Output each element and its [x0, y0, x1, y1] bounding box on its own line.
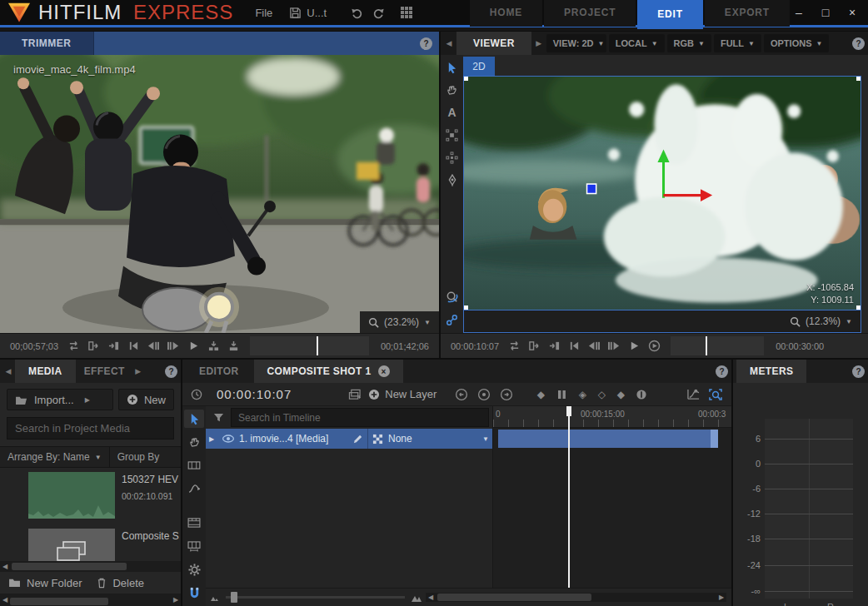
options-dropdown[interactable]: OPTIONS ▼	[764, 34, 829, 52]
tab-home[interactable]: HOME	[470, 0, 542, 27]
viewer-canvas[interactable]: X: -1065.84 Y: 1009.11	[464, 77, 861, 310]
timeline-search-input[interactable]	[231, 408, 489, 427]
media-search-input[interactable]	[7, 417, 174, 440]
workspace-grid-button[interactable]	[399, 2, 415, 23]
zoom-out-icon[interactable]	[211, 594, 219, 601]
layer-name[interactable]: 1. imovie...4 [Media]	[239, 433, 348, 445]
next-keyframe-button[interactable]	[497, 386, 516, 403]
timeline-tracks[interactable]: 0 00:00:15:00 00:00:3	[493, 406, 731, 588]
go-to-start-button[interactable]	[125, 339, 142, 354]
tab-editor[interactable]: EDITOR	[186, 360, 252, 383]
help-icon[interactable]: ?	[852, 365, 865, 378]
tab-scroll-left-icon[interactable]: ◀	[3, 367, 13, 375]
hand-tool[interactable]	[443, 82, 461, 98]
zoom-in-icon[interactable]	[412, 594, 422, 602]
delete-button[interactable]: Delete	[97, 577, 144, 589]
timeline-ruler[interactable]: 0 00:00:15:00 00:00:3	[493, 406, 731, 428]
set-in-point-button[interactable]	[105, 339, 122, 354]
linear-keyframe-icon[interactable]: ◇	[594, 389, 609, 400]
add-keyframe-icon[interactable]: ◆	[533, 389, 548, 400]
trimmer-video[interactable]: imovie_mac_4k_film.mp4 (23.2%) ▼	[0, 55, 439, 333]
new-folder-button[interactable]: New Folder	[8, 577, 82, 589]
layer-corner-handle[interactable]	[856, 77, 861, 81]
layer-corner-handle[interactable]	[464, 77, 468, 81]
media-item-video[interactable]: 150327 HEV 00:02:10.091	[0, 468, 181, 523]
media-panel-scrollbar[interactable]: ◀ ▶	[0, 594, 181, 606]
media-list-scrollbar[interactable]: ◀	[0, 561, 181, 572]
ripple-tool[interactable]	[184, 537, 204, 555]
tab-scroll-left-icon[interactable]: ◀	[444, 39, 454, 47]
trimmer-tab[interactable]: TRIMMER	[0, 32, 94, 55]
help-icon[interactable]: ?	[420, 37, 432, 50]
gizmo-anchor-handle[interactable]	[587, 184, 596, 193]
slip-tool[interactable]	[184, 456, 204, 474]
previous-frame-button[interactable]	[586, 339, 602, 354]
timeline-zoom-slider[interactable]	[226, 596, 405, 599]
next-frame-button[interactable]	[606, 339, 622, 354]
previous-frame-button[interactable]	[145, 339, 162, 354]
play-button[interactable]	[626, 339, 642, 354]
previous-keyframe-button[interactable]	[452, 386, 471, 403]
set-out-point-button[interactable]	[85, 339, 102, 354]
viewer-zoom-control[interactable]: (12.3%) ▼	[464, 310, 861, 332]
new-button[interactable]: New	[118, 389, 174, 410]
tab-project[interactable]: PROJECT	[544, 0, 636, 27]
orbit-zoom-tool[interactable]	[443, 289, 461, 305]
media-clip-bar[interactable]	[498, 430, 718, 448]
blend-mode-dropdown[interactable]: None ▼	[372, 433, 489, 445]
hand-tool[interactable]	[184, 433, 204, 451]
expand-layer-icon[interactable]: ▶	[209, 435, 217, 443]
tab-export[interactable]: EXPORT	[705, 0, 790, 27]
layer-row[interactable]: ▶ 1. imovie...4 [Media]	[206, 429, 492, 449]
manual-keyframe-button[interactable]	[632, 386, 651, 403]
arrange-by-dropdown[interactable]: Arrange By: Name ▼	[0, 447, 109, 467]
loop-playback-button[interactable]	[506, 339, 522, 354]
scroll-left-icon[interactable]: ◀	[0, 596, 10, 604]
play-button[interactable]	[185, 339, 202, 354]
close-tab-icon[interactable]: ×	[378, 365, 390, 377]
trimmer-seek-bar[interactable]	[250, 336, 369, 355]
slice-tool[interactable]	[184, 514, 204, 532]
overlay-to-timeline-button[interactable]	[225, 339, 242, 354]
viewer-seek-bar[interactable]	[671, 336, 764, 355]
timeline-scrollbar[interactable]: ◀ ▶	[426, 593, 726, 602]
select-tool[interactable]	[443, 59, 461, 76]
hold-keyframe-button[interactable]	[552, 386, 571, 403]
import-button[interactable]: Import... ▶	[7, 389, 113, 410]
tab-composite-shot[interactable]: COMPOSITE SHOT 1 ×	[254, 360, 403, 383]
viewer-playhead[interactable]	[706, 336, 707, 355]
scroll-right-icon[interactable]: ▶	[716, 594, 726, 601]
pen-tool[interactable]	[443, 171, 461, 188]
link-tool[interactable]	[443, 311, 461, 328]
trimmer-playhead[interactable]	[317, 336, 318, 355]
maximize-button[interactable]: □	[818, 6, 833, 19]
zoom-to-fit-button[interactable]	[706, 386, 725, 403]
timeline-playhead[interactable]	[568, 406, 570, 588]
snap-toggle[interactable]	[184, 584, 204, 602]
distort-tool[interactable]	[443, 149, 461, 166]
undo-button[interactable]	[348, 2, 364, 23]
layer-corner-handle[interactable]	[856, 305, 861, 310]
value-graph-button[interactable]	[684, 386, 702, 403]
set-out-point-button[interactable]	[526, 339, 542, 354]
filter-button[interactable]	[209, 410, 227, 426]
visibility-eye-icon[interactable]	[222, 435, 235, 443]
zoom-slider-thumb[interactable]	[231, 592, 237, 603]
channel-dropdown[interactable]: RGB ▼	[667, 34, 711, 52]
rate-stretch-tool[interactable]	[184, 479, 204, 498]
timeline-timecode[interactable]: 00:00:10:07	[217, 387, 292, 401]
text-tool[interactable]: A	[443, 104, 461, 121]
trimmer-zoom-control[interactable]: (23.2%) ▼	[360, 311, 439, 333]
insert-to-timeline-button[interactable]	[205, 339, 222, 354]
group-by-dropdown[interactable]: Group By	[110, 447, 167, 467]
bezier-keyframe-icon[interactable]: ◆	[613, 389, 628, 400]
loop-playback-button[interactable]	[65, 339, 82, 354]
help-icon[interactable]: ?	[165, 365, 177, 378]
smooth-keyframe-icon[interactable]: ◈	[575, 389, 590, 400]
scroll-right-icon[interactable]: ▶	[171, 596, 181, 604]
close-button[interactable]: ×	[845, 6, 860, 19]
scroll-left-icon[interactable]: ◀	[0, 563, 10, 570]
quality-dropdown[interactable]: FULL ▼	[714, 34, 761, 52]
viewer-tab[interactable]: VIEWER	[456, 32, 531, 55]
duplicate-layer-button[interactable]	[346, 386, 364, 403]
